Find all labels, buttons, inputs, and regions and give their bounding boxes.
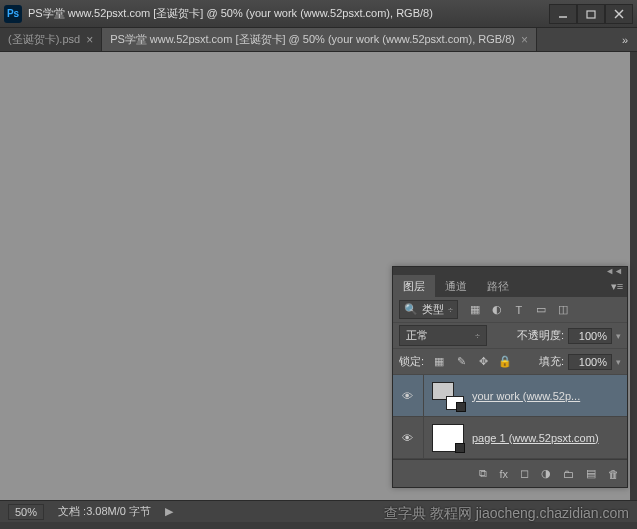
- chevron-down-icon[interactable]: ▾: [616, 357, 621, 367]
- vertical-scrollbar[interactable]: [630, 52, 637, 500]
- divider: [423, 375, 424, 416]
- blend-mode-select[interactable]: 正常 ÷: [399, 325, 487, 346]
- opacity-label: 不透明度:: [517, 328, 564, 343]
- tab-overflow-button[interactable]: »: [613, 28, 637, 51]
- chevron-down-icon[interactable]: ▾: [616, 331, 621, 341]
- lock-label: 锁定:: [399, 354, 424, 369]
- tab-channels[interactable]: 通道: [435, 275, 477, 297]
- app-icon: Ps: [4, 5, 22, 23]
- lock-position-icon[interactable]: ✥: [476, 355, 490, 368]
- layer-row[interactable]: 👁 page 1 (www.52psxt.com): [393, 417, 627, 459]
- smart-object-badge: [456, 402, 466, 412]
- smart-object-badge: [455, 443, 465, 453]
- fill-label: 填充:: [539, 354, 564, 369]
- watermark: 查字典 教程网 jiaocheng.chazidian.com: [384, 505, 629, 523]
- link-layers-icon[interactable]: ⧉: [479, 467, 487, 480]
- visibility-toggle[interactable]: 👁: [399, 432, 415, 444]
- chevron-down-icon: ÷: [448, 305, 453, 315]
- panel-menu-button[interactable]: ▾≡: [607, 275, 627, 297]
- chevron-down-icon: ÷: [475, 331, 480, 341]
- filter-label: 类型: [422, 302, 444, 317]
- mask-icon[interactable]: ◻: [520, 467, 529, 480]
- status-arrow-icon[interactable]: ▶: [165, 505, 173, 518]
- layer-thumbnail[interactable]: [432, 382, 464, 410]
- layer-row[interactable]: 👁 your work (www.52p...: [393, 375, 627, 417]
- tab-label: PS学堂 www.52psxt.com [圣诞贺卡] @ 50% (your w…: [110, 32, 515, 47]
- new-layer-icon[interactable]: ▤: [586, 467, 596, 480]
- zoom-input[interactable]: 50%: [8, 504, 44, 520]
- filter-shape-icon[interactable]: ▭: [534, 303, 548, 317]
- tab-paths[interactable]: 路径: [477, 275, 519, 297]
- layer-filter-row: 🔍 类型 ÷ ▦ ◐ T ▭ ◫: [393, 297, 627, 323]
- lock-pixels-icon[interactable]: ▦: [432, 355, 446, 368]
- adjustment-layer-icon[interactable]: ◑: [541, 467, 551, 480]
- document-tabbar: (圣诞贺卡).psd × PS学堂 www.52psxt.com [圣诞贺卡] …: [0, 28, 637, 52]
- window-title: PS学堂 www.52psxt.com [圣诞贺卡] @ 50% (your w…: [28, 6, 549, 21]
- opacity-input[interactable]: 100%: [568, 328, 612, 344]
- tab-layers[interactable]: 图层: [393, 275, 435, 297]
- close-tab-icon[interactable]: ×: [521, 33, 528, 47]
- doc-info: 文档 :3.08M/0 字节: [58, 504, 151, 519]
- filter-text-icon[interactable]: T: [512, 303, 526, 317]
- panel-collapse-bar[interactable]: ◄◄: [393, 267, 627, 275]
- svg-rect-1: [587, 11, 595, 18]
- blend-mode-label: 正常: [406, 328, 428, 343]
- divider: [423, 417, 424, 458]
- tab-label: (圣诞贺卡).psd: [8, 32, 80, 47]
- fill-input[interactable]: 100%: [568, 354, 612, 370]
- filter-type-select[interactable]: 🔍 类型 ÷: [399, 300, 458, 319]
- filter-adjust-icon[interactable]: ◐: [490, 303, 504, 317]
- document-tab[interactable]: (圣诞贺卡).psd ×: [0, 28, 102, 51]
- layer-thumbnail[interactable]: [432, 424, 464, 452]
- filter-image-icon[interactable]: ▦: [468, 303, 482, 317]
- folder-icon[interactable]: 🗀: [563, 468, 574, 480]
- close-button[interactable]: [605, 4, 633, 24]
- horizontal-scrollbar[interactable]: [0, 522, 637, 529]
- fx-icon[interactable]: fx: [499, 468, 508, 480]
- lock-all-icon[interactable]: 🔒: [498, 355, 512, 368]
- filter-smart-icon[interactable]: ◫: [556, 303, 570, 317]
- layers-panel-toolbar: ⧉ fx ◻ ◑ 🗀 ▤ 🗑: [393, 459, 627, 487]
- maximize-button[interactable]: [577, 4, 605, 24]
- lock-row: 锁定: ▦ ✎ ✥ 🔒 填充: 100% ▾: [393, 349, 627, 375]
- document-tab[interactable]: PS学堂 www.52psxt.com [圣诞贺卡] @ 50% (your w…: [102, 28, 537, 51]
- layers-panel: ◄◄ 图层 通道 路径 ▾≡ 🔍 类型 ÷ ▦ ◐ T ▭ ◫ 正常 ÷ 不透明…: [392, 266, 628, 488]
- blend-mode-row: 正常 ÷ 不透明度: 100% ▾: [393, 323, 627, 349]
- trash-icon[interactable]: 🗑: [608, 468, 619, 480]
- lock-brush-icon[interactable]: ✎: [454, 355, 468, 368]
- layer-name[interactable]: page 1 (www.52psxt.com): [472, 432, 621, 444]
- layer-name[interactable]: your work (www.52p...: [472, 390, 621, 402]
- search-icon: 🔍: [404, 303, 418, 316]
- layers-list: 👁 your work (www.52p... 👁 page 1 (www.52…: [393, 375, 627, 459]
- minimize-button[interactable]: [549, 4, 577, 24]
- close-tab-icon[interactable]: ×: [86, 33, 93, 47]
- visibility-toggle[interactable]: 👁: [399, 390, 415, 402]
